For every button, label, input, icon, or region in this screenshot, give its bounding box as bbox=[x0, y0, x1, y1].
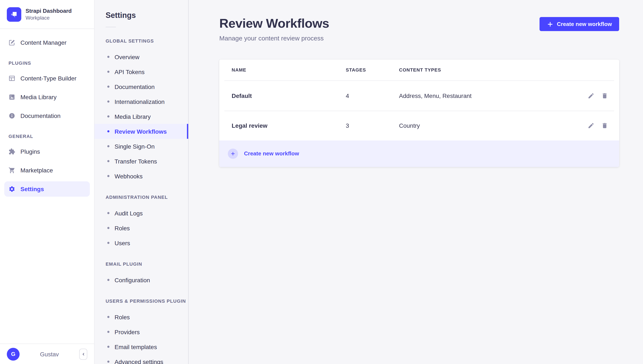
sidebar-item-label: Content-Type Builder bbox=[20, 75, 76, 82]
bullet-icon bbox=[107, 331, 110, 333]
workspace-brand: Strapi Dashboard Workplace bbox=[0, 0, 94, 29]
settings-item-label: Internationalization bbox=[114, 98, 164, 105]
bullet-icon bbox=[107, 130, 110, 132]
settings-item-webhooks[interactable]: Webhooks bbox=[94, 168, 188, 184]
workflow-stages: 3 bbox=[346, 122, 399, 129]
settings-subnav: Settings GLOBAL SETTINGS Overview API To… bbox=[94, 0, 189, 364]
footer-create-workflow-label: Create new workflow bbox=[244, 150, 299, 157]
pencil-icon bbox=[588, 92, 594, 99]
settings-item-internationalization[interactable]: Internationalization bbox=[94, 94, 188, 109]
sidebar-section-plugins: PLUGINS bbox=[8, 60, 90, 66]
settings-item-overview[interactable]: Overview bbox=[94, 50, 188, 64]
workflow-content-types: Country bbox=[399, 122, 580, 129]
sidebar-item-plugins[interactable]: Plugins bbox=[4, 144, 90, 159]
settings-subnav-title: Settings bbox=[106, 11, 188, 20]
settings-item-admin-roles[interactable]: Roles bbox=[94, 220, 188, 236]
settings-item-audit-logs[interactable]: Audit Logs bbox=[94, 206, 188, 220]
column-header-stages: STAGES bbox=[346, 67, 399, 72]
settings-item-advanced-settings[interactable]: Advanced settings bbox=[94, 354, 188, 364]
delete-workflow-button[interactable] bbox=[601, 122, 608, 129]
avatar: G bbox=[7, 348, 20, 360]
settings-item-label: Documentation bbox=[114, 83, 154, 90]
bullet-icon bbox=[107, 242, 110, 244]
bullet-icon bbox=[107, 360, 110, 363]
workspace-subtitle: Workplace bbox=[26, 15, 72, 21]
settings-item-up-roles[interactable]: Roles bbox=[94, 310, 188, 324]
table-header-row: NAME STAGES CONTENT TYPES bbox=[224, 60, 614, 81]
username: Gustav bbox=[20, 350, 79, 358]
bullet-icon bbox=[107, 115, 110, 118]
settings-item-label: Roles bbox=[114, 314, 130, 320]
sidebar-item-label: Content Manager bbox=[20, 39, 66, 46]
settings-item-admin-users[interactable]: Users bbox=[94, 236, 188, 250]
table-footer-create-workflow-button[interactable]: Create new workflow bbox=[219, 140, 619, 167]
page-header: Review Workflows Manage your content rev… bbox=[219, 16, 619, 42]
sidebar-item-documentation[interactable]: Documentation bbox=[4, 108, 90, 124]
workflow-name: Legal review bbox=[224, 122, 346, 129]
create-new-workflow-button[interactable]: Create new workflow bbox=[539, 17, 619, 31]
bullet-icon bbox=[107, 160, 110, 162]
section-email-plugin: EMAIL PLUGIN bbox=[106, 262, 188, 266]
sidebar-item-media-library[interactable]: Media Library bbox=[4, 90, 90, 105]
strapi-logo-icon bbox=[7, 7, 21, 22]
settings-item-label: Audit Logs bbox=[114, 210, 143, 216]
settings-item-review-workflows[interactable]: Review Workflows bbox=[94, 124, 188, 139]
trash-icon bbox=[601, 122, 608, 129]
sidebar-item-settings[interactable]: Settings bbox=[4, 181, 90, 197]
divider bbox=[106, 27, 116, 27]
settings-item-label: API Tokens bbox=[114, 68, 144, 75]
bullet-icon bbox=[107, 279, 110, 281]
settings-item-documentation[interactable]: Documentation bbox=[94, 79, 188, 94]
settings-item-media-library[interactable]: Media Library bbox=[94, 109, 188, 124]
create-new-workflow-label: Create new workflow bbox=[557, 21, 612, 27]
layout-icon bbox=[8, 75, 15, 82]
workflows-table-card: NAME STAGES CONTENT TYPES Default 4 Addr… bbox=[219, 60, 619, 167]
settings-item-single-sign-on[interactable]: Single Sign-On bbox=[94, 139, 188, 154]
workspace-title: Strapi Dashboard bbox=[26, 8, 72, 14]
sidebar-item-content-type-builder[interactable]: Content-Type Builder bbox=[4, 71, 90, 86]
edit-workflow-button[interactable] bbox=[588, 92, 594, 99]
settings-item-label: Advanced settings bbox=[114, 358, 163, 364]
settings-item-label: Roles bbox=[114, 224, 130, 232]
delete-workflow-button[interactable] bbox=[601, 92, 608, 99]
plus-circle-icon bbox=[228, 148, 238, 158]
sidebar-item-content-manager[interactable]: Content Manager bbox=[4, 35, 90, 50]
bullet-icon bbox=[107, 227, 110, 229]
info-icon bbox=[8, 112, 15, 119]
sidebar-item-label: Plugins bbox=[20, 148, 40, 155]
settings-item-providers[interactable]: Providers bbox=[94, 324, 188, 339]
sidebar-item-marketplace[interactable]: Marketplace bbox=[4, 163, 90, 178]
sidebar-nav: Content Manager PLUGINS Content-Type Bui… bbox=[0, 29, 94, 344]
settings-item-email-configuration[interactable]: Configuration bbox=[94, 272, 188, 287]
table-row-legal-review: Legal review 3 Country bbox=[224, 110, 614, 140]
main-content: Review Workflows Manage your content rev… bbox=[189, 0, 643, 364]
app-window: Strapi Dashboard Workplace Content Manag… bbox=[0, 0, 643, 364]
section-administration-panel: ADMINISTRATION PANEL bbox=[106, 194, 188, 200]
settings-item-label: Users bbox=[114, 240, 130, 246]
page-title: Review Workflows bbox=[219, 16, 329, 31]
image-icon bbox=[8, 94, 15, 100]
section-users-permissions-plugin: USERS & PERMISSIONS PLUGIN bbox=[106, 298, 188, 304]
pen-square-icon bbox=[8, 39, 15, 46]
sidebar-item-label: Settings bbox=[20, 186, 44, 192]
bullet-icon bbox=[107, 56, 110, 58]
puzzle-icon bbox=[8, 148, 15, 155]
bullet-icon bbox=[107, 212, 110, 214]
sidebar-section-general: GENERAL bbox=[8, 134, 90, 139]
page-subtitle: Manage your content review process bbox=[219, 34, 329, 42]
edit-workflow-button[interactable] bbox=[588, 122, 594, 129]
bullet-icon bbox=[107, 71, 110, 73]
sidebar-item-label: Documentation bbox=[20, 112, 60, 119]
sidebar-user-footer: G Gustav bbox=[0, 344, 94, 364]
settings-item-label: Providers bbox=[114, 328, 140, 335]
settings-item-label: Webhooks bbox=[114, 173, 143, 180]
settings-item-transfer-tokens[interactable]: Transfer Tokens bbox=[94, 154, 188, 168]
sidebar-collapse-button[interactable] bbox=[79, 348, 87, 360]
settings-item-label: Media Library bbox=[114, 113, 151, 120]
section-global-settings: GLOBAL SETTINGS bbox=[106, 38, 188, 44]
settings-item-email-templates[interactable]: Email templates bbox=[94, 339, 188, 354]
settings-item-api-tokens[interactable]: API Tokens bbox=[94, 64, 188, 79]
column-header-name: NAME bbox=[224, 67, 346, 72]
bullet-icon bbox=[107, 346, 110, 348]
settings-item-label: Single Sign-On bbox=[114, 143, 154, 150]
